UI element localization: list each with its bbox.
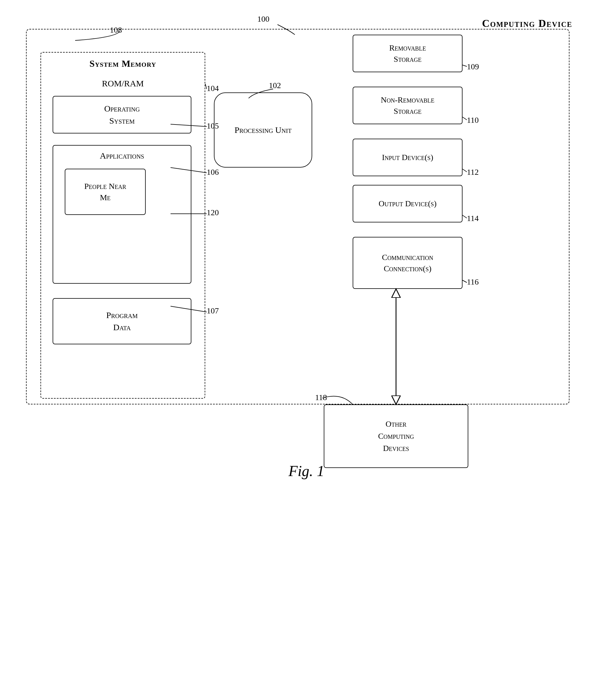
output-device-box: Output Device(s)	[353, 185, 462, 222]
ref-109: 109	[467, 62, 479, 71]
ref-100: 100	[257, 15, 269, 24]
ref-112: 112	[467, 167, 479, 177]
communication-connections-label: CommunicationConnection(s)	[382, 252, 433, 274]
ref-104: 104	[207, 84, 219, 93]
input-device-box: Input Device(s)	[353, 139, 462, 176]
system-memory-label: System Memory	[90, 58, 156, 69]
non-removable-storage-box: Non-RemovableStorage	[353, 87, 462, 124]
applications-box: Applications People NearMe	[53, 145, 191, 284]
ref-116: 116	[467, 277, 479, 286]
removable-storage-label: RemovableStorage	[389, 42, 426, 65]
other-computing-devices-box: OtherComputingDevices	[324, 404, 468, 468]
people-near-me-box: People NearMe	[65, 169, 146, 215]
non-removable-storage-label: Non-RemovableStorage	[381, 94, 435, 117]
processing-unit-label: Processing Unit	[234, 124, 292, 136]
ref-102: 102	[269, 81, 281, 90]
people-near-me-label: People NearMe	[84, 181, 126, 203]
fig-caption: Fig. 1	[288, 462, 324, 479]
communication-connections-box: CommunicationConnection(s)	[353, 237, 462, 289]
ref-110: 110	[467, 116, 479, 125]
processing-unit-box: Processing Unit	[214, 93, 312, 167]
output-device-label: Output Device(s)	[379, 198, 437, 209]
ref-114: 114	[467, 214, 479, 223]
ref-107: 107	[207, 306, 219, 315]
ref-118: 118	[315, 393, 327, 402]
applications-label: Applications	[100, 151, 144, 161]
operating-system-box: OperatingSystem	[53, 96, 191, 134]
operating-system-label: OperatingSystem	[104, 102, 140, 127]
removable-storage-box: RemovableStorage	[353, 35, 462, 72]
rom-ram-label: ROM/RAM	[102, 79, 144, 88]
other-computing-devices-label: OtherComputingDevices	[378, 418, 414, 454]
input-device-label: Input Device(s)	[382, 152, 433, 163]
program-data-box: ProgramData	[53, 298, 191, 344]
ref-108: 108	[110, 25, 122, 35]
computing-device-label: Computing Device	[482, 17, 572, 29]
system-memory-box: System Memory ROM/RAM OperatingSystem Ap…	[40, 52, 205, 399]
ref-120: 120	[207, 208, 219, 217]
ref-106: 106	[207, 167, 219, 177]
diagram-container: Computing Device 100 108 System Memory R…	[17, 12, 595, 560]
program-data-label: ProgramData	[107, 309, 138, 333]
